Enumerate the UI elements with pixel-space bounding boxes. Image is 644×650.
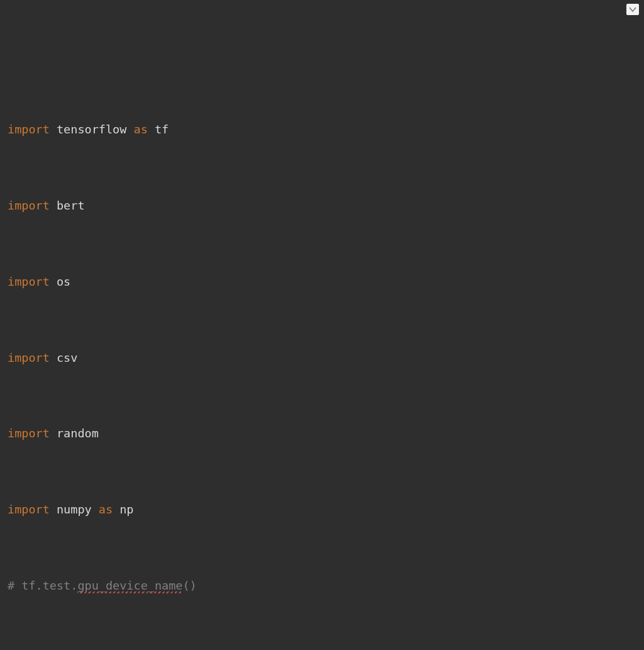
code-line: import bert — [8, 196, 636, 215]
code-line: import csv — [8, 349, 636, 367]
code-line: # tf.test.gpu_device_name() — [8, 576, 636, 595]
code-line: import os — [8, 272, 636, 291]
chevron-down-icon — [629, 6, 636, 13]
code-line: import random — [8, 424, 636, 443]
run-cell-button[interactable] — [626, 4, 639, 15]
code-editor[interactable]: import tensorflow as tf import bert impo… — [0, 0, 644, 650]
code-line: import tensorflow as tf — [8, 120, 636, 139]
code-line: import numpy as np — [8, 500, 636, 519]
spellcheck-squiggle: gpu_device_name — [77, 579, 182, 592]
